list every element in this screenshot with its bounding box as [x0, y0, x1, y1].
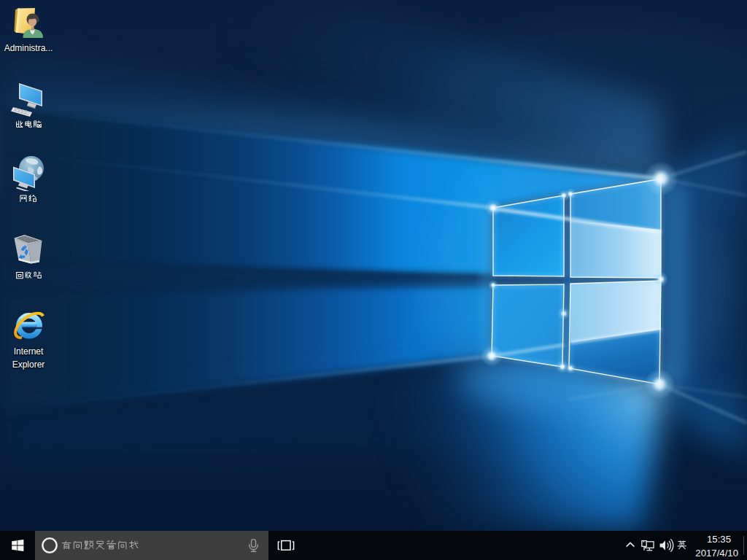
svg-text:15:35: 15:35 [707, 534, 731, 545]
svg-text:2017/4/10: 2017/4/10 [695, 548, 738, 559]
